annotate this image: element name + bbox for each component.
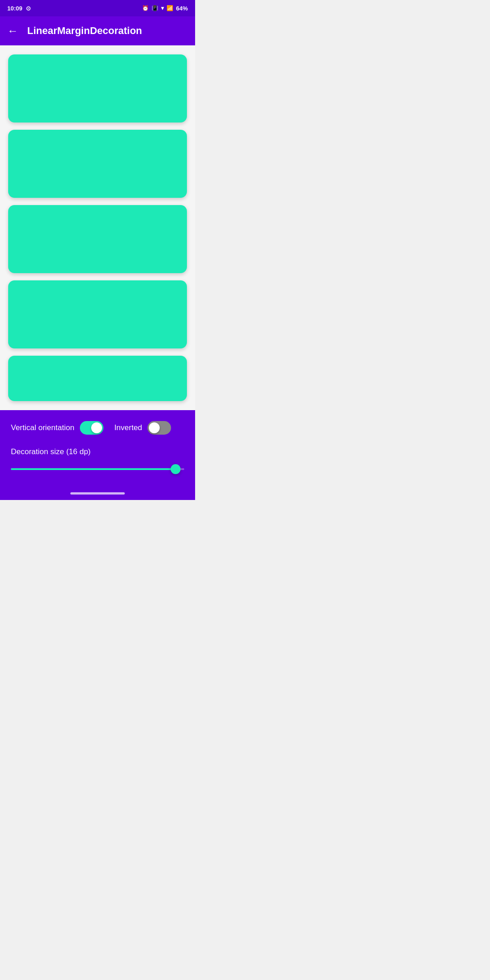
controls-row: Vertical orientation Inverted bbox=[11, 421, 184, 435]
inverted-label: Inverted bbox=[114, 423, 142, 432]
slider-fill bbox=[11, 468, 176, 470]
content-area bbox=[0, 45, 195, 410]
battery-display: 64% bbox=[176, 5, 188, 12]
vibrate-icon: 📳 bbox=[152, 5, 158, 11]
vertical-orientation-label: Vertical orientation bbox=[11, 423, 74, 432]
list-item bbox=[8, 280, 187, 348]
decoration-size-label: Decoration size (16 dp) bbox=[11, 447, 184, 456]
list-item bbox=[8, 54, 187, 122]
time-display: 10:09 bbox=[7, 5, 22, 12]
vertical-orientation-toggle[interactable] bbox=[80, 421, 103, 435]
signal-icon: 📶 bbox=[167, 5, 173, 11]
at-icon: ⊙ bbox=[26, 5, 31, 12]
back-button[interactable]: ← bbox=[7, 24, 18, 37]
list-item bbox=[8, 356, 187, 401]
back-arrow-icon: ← bbox=[7, 24, 18, 37]
bottom-panel: Vertical orientation Inverted Decoration… bbox=[0, 410, 195, 489]
alarm-icon: ⏰ bbox=[142, 5, 149, 11]
inverted-control: Inverted bbox=[114, 421, 171, 435]
status-right: ⏰ 📳 ▾ 📶 64% bbox=[142, 5, 188, 12]
status-left: 10:09 ⊙ bbox=[7, 5, 31, 12]
page-title: LinearMarginDecoration bbox=[27, 25, 142, 37]
inverted-toggle[interactable] bbox=[147, 421, 171, 435]
decoration-size-section: Decoration size (16 dp) bbox=[11, 447, 184, 475]
home-indicator bbox=[0, 489, 195, 500]
wifi-icon: ▾ bbox=[161, 5, 164, 11]
vertical-orientation-control: Vertical orientation bbox=[11, 421, 103, 435]
slider-thumb[interactable] bbox=[171, 464, 181, 474]
list-item bbox=[8, 205, 187, 273]
decoration-size-slider-container bbox=[11, 464, 184, 475]
list-item bbox=[8, 130, 187, 198]
app-bar: ← LinearMarginDecoration bbox=[0, 16, 195, 45]
home-bar bbox=[70, 492, 125, 495]
vertical-orientation-thumb bbox=[91, 422, 102, 433]
status-bar: 10:09 ⊙ ⏰ 📳 ▾ 📶 64% bbox=[0, 0, 195, 16]
